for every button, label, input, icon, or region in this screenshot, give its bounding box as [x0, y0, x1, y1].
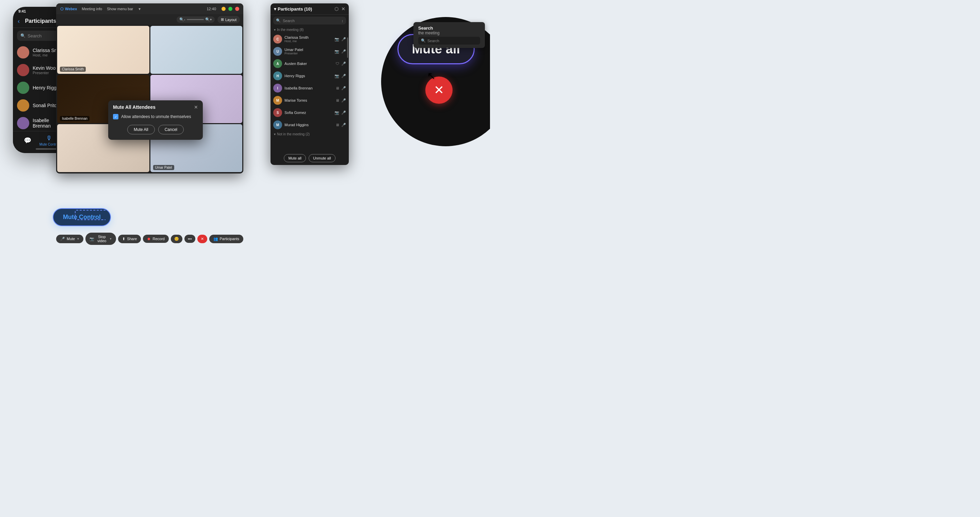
- titlebar-time: 12:40: [207, 7, 216, 11]
- panel-name-5: Isabella Brennan: [285, 86, 333, 90]
- dialog-close-button[interactable]: ✕: [194, 105, 198, 110]
- video-cell-1: Clarissa Smith: [57, 26, 150, 74]
- participants-panel-title: Participants (10): [278, 6, 312, 11]
- video-icon-2: 📷: [334, 49, 339, 54]
- layout-button[interactable]: ⊞ Layout: [218, 16, 240, 23]
- dialog-header: Mute All Attendees ✕: [108, 100, 203, 113]
- more-button[interactable]: •••: [185, 235, 195, 243]
- panel-name-7: Sofia Gomez: [285, 111, 332, 115]
- panel-participant-1: C Clarissa Smith Host, me 📷 🎤: [270, 33, 349, 45]
- panel-icons-4: 📷 🎤: [334, 74, 346, 78]
- menu-caret: ▼: [138, 7, 141, 11]
- panel-icons-3: 🛡 🎤: [336, 62, 346, 66]
- mute-control-icon: 🎙: [46, 135, 52, 142]
- close-button[interactable]: [235, 7, 239, 11]
- chat-icon: 💬: [24, 137, 31, 144]
- close-panel-icon[interactable]: ✕: [341, 6, 345, 11]
- share-label: Share: [127, 237, 137, 241]
- layout-label: Layout: [225, 18, 237, 22]
- avatar-clarissa-phone: [17, 46, 29, 59]
- more-icon: •••: [188, 237, 192, 241]
- panel-avatar-4: H: [273, 71, 282, 80]
- panel-name-8: Murad Higgins: [285, 123, 333, 127]
- tooltip-search-placeholder: Search: [427, 39, 439, 43]
- popout-icon[interactable]: ⬡: [334, 6, 339, 11]
- checkbox-allow-unmute[interactable]: ✓: [113, 114, 118, 119]
- collapse-icon[interactable]: ▾: [274, 6, 276, 11]
- webex-logo: ⬡ Webex: [60, 7, 77, 11]
- share-button[interactable]: ⬆ Share: [118, 235, 141, 243]
- meeting-info-button[interactable]: Meeting info: [82, 7, 102, 11]
- unmute-all-button[interactable]: Unmute all: [309, 154, 336, 162]
- panel-header: ▾ Participants (10) ⬡ ✕: [270, 3, 349, 14]
- desktop-content: Clarissa Smith Isabelle Brennan Umar Pat…: [56, 25, 243, 173]
- panel-title: ▾ Participants (10): [274, 6, 312, 11]
- screen-icon-5: 🖥: [336, 86, 339, 90]
- panel-name-1: Clarissa Smith Host, me: [285, 35, 332, 43]
- search-icon: 🔍: [21, 33, 25, 38]
- dialog-mute-all-button[interactable]: Mute All: [127, 125, 155, 134]
- mic-icon-8: 🎤: [341, 123, 346, 127]
- video-grid: Clarissa Smith Isabelle Brennan Umar Pat…: [56, 25, 243, 173]
- participants-panel: ▾ Participants (10) ⬡ ✕ 🔍 Search ↕ ▾ In …: [270, 3, 349, 165]
- panel-participant-7: S Sofia Gomez 📷 🎤: [270, 106, 349, 119]
- screen-icon-8: 🖥: [336, 123, 339, 127]
- zoom-out-icon[interactable]: 🔍-: [179, 17, 185, 22]
- mute-button[interactable]: 🎤 Mute ▼: [56, 235, 83, 243]
- emoji-button[interactable]: 😊: [171, 235, 182, 243]
- in-meeting-collapse[interactable]: ▾: [274, 28, 275, 32]
- webex-icon: ⬡: [60, 7, 64, 11]
- participants-button[interactable]: 👥 Participants: [209, 235, 243, 243]
- maximize-button[interactable]: [228, 7, 232, 11]
- tooltip-search-icon: 🔍: [421, 38, 426, 43]
- mic-icon-7: 🎤: [341, 111, 346, 115]
- panel-search[interactable]: 🔍 Search ↕: [273, 17, 346, 24]
- zoom-slider[interactable]: [187, 19, 204, 20]
- panel-participant-4: H Henry Riggs 📷 🎤: [270, 70, 349, 82]
- in-meeting-label: ▾ In the meeting (8): [270, 27, 349, 33]
- panel-participant-8: M Murad Higgins 🖥 🎤: [270, 119, 349, 131]
- leave-button[interactable]: ✕: [197, 235, 207, 243]
- mic-icon-2: 🎤: [341, 49, 346, 54]
- panel-name-6: Marise Torres: [285, 98, 333, 102]
- avatar-kevin-phone: [17, 64, 29, 76]
- video-label-6: Umar Patel: [153, 165, 174, 170]
- dialog-title: Mute All Attendees: [113, 105, 156, 110]
- video-caret[interactable]: ▼: [109, 238, 112, 241]
- tab-chat[interactable]: 💬: [24, 137, 31, 144]
- avatar-isabelle-phone: [17, 117, 29, 129]
- video-icon-4: 📷: [334, 74, 339, 78]
- mute-all-button[interactable]: Mute all: [284, 154, 306, 162]
- participants-icon: 👥: [213, 237, 218, 241]
- panel-search-placeholder[interactable]: Search: [283, 19, 295, 23]
- dialog-buttons: Mute All Cancel: [113, 125, 198, 134]
- controls-bar: 🎤 Mute ▼ 📷 Stop video ▼ ⬆ Share ⏺ Record…: [56, 233, 243, 245]
- panel-icons-7: 📷 🎤: [334, 111, 346, 115]
- tooltip-search-title: Search: [418, 25, 480, 31]
- panel-icons-6: 🖥 🎤: [336, 98, 346, 103]
- phone-search-input[interactable]: Search: [27, 33, 41, 38]
- panel-avatar-8: M: [273, 121, 282, 129]
- zoom-control[interactable]: 🔍- 🔍+: [177, 16, 215, 23]
- record-button[interactable]: ⏺ Record: [143, 235, 169, 243]
- dialog-cancel-button[interactable]: Cancel: [158, 125, 184, 134]
- close-red-icon: ✕: [434, 83, 444, 97]
- mute-caret[interactable]: ▼: [76, 238, 79, 241]
- panel-avatar-2: U: [273, 47, 282, 56]
- show-menu-button[interactable]: Show menu bar: [107, 7, 133, 11]
- not-in-meeting-label: ▾ Not in the meeting (2): [270, 131, 349, 137]
- panel-icons-2: 📷 🎤: [334, 49, 346, 54]
- panel-avatar-5: I: [273, 84, 282, 92]
- minimize-button[interactable]: [221, 7, 226, 11]
- video-icon-7: 📷: [334, 111, 339, 115]
- search-tooltip: Search the meeting 🔍 Search: [414, 22, 485, 48]
- mute-all-dialog: Mute All Attendees ✕ ✓ Allow attendees t…: [108, 100, 203, 140]
- checkbox-row: ✓ Allow attendees to unmute themselves: [113, 114, 198, 119]
- stop-video-button[interactable]: 📷 Stop video ▼: [86, 233, 116, 245]
- tooltip-search-bar[interactable]: 🔍 Search: [418, 37, 480, 44]
- zoom-in-icon[interactable]: 🔍+: [205, 17, 212, 22]
- not-meeting-collapse[interactable]: ▾: [274, 132, 275, 136]
- video-label-3: Isabelle Brennan: [60, 116, 89, 121]
- panel-search-icon: 🔍: [276, 18, 281, 23]
- sort-icon[interactable]: ↕: [342, 19, 344, 23]
